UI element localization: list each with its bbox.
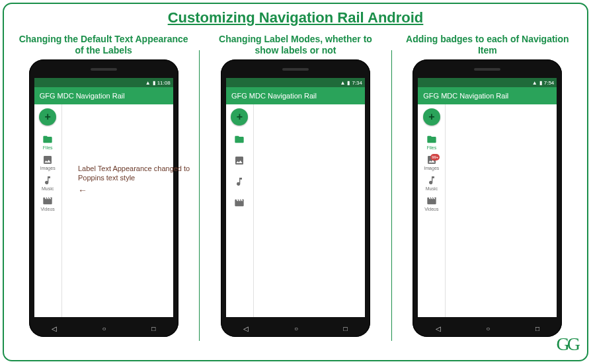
navigation-rail: + Files 99+ Images (418, 104, 446, 317)
badge: 99+ (430, 154, 440, 161)
phone-speaker (282, 68, 309, 71)
video-icon (233, 198, 245, 207)
recents-button[interactable]: □ (151, 325, 155, 332)
signal-icon: ▲ (532, 80, 537, 86)
status-time: 7:34 (352, 80, 362, 86)
fab-button[interactable]: + (231, 108, 248, 126)
recents-button[interactable]: □ (535, 325, 539, 332)
rail-item-videos[interactable]: Videos (418, 196, 445, 211)
workspace: + Files Images (34, 104, 173, 317)
phone-mockup: ▲ ▮ 7:54 GFG MDC Navigation Rail + (413, 59, 562, 337)
caption: Adding badges to each of Navigation Item (396, 30, 579, 59)
app-title: GFG MDC Navigation Rail (40, 92, 125, 100)
video-icon (426, 196, 438, 205)
rail-item-music[interactable]: Music (418, 176, 445, 191)
phone-nav-buttons: ◁ ○ □ (29, 325, 178, 332)
app-bar: GFG MDC Navigation Rail (226, 87, 365, 104)
status-time: 7:54 (544, 80, 555, 86)
navigation-rail: + Files Images (226, 104, 254, 317)
columns-row: Changing the Default Text Appearance of … (12, 30, 579, 347)
phone-nav-buttons: ◁ ○ □ (221, 325, 370, 332)
workspace: + Files Images (226, 104, 365, 317)
music-icon (426, 176, 438, 185)
rail-label: Files (426, 145, 436, 150)
app-bar: GFG MDC Navigation Rail (34, 87, 173, 104)
rail-item-music[interactable]: Music (34, 176, 61, 191)
rail-label: Videos (424, 207, 438, 211)
status-bar: ▲ ▮ 7:34 (226, 78, 365, 87)
rail-label: Files (43, 145, 53, 150)
workspace: + Files 99+ Images (418, 104, 557, 317)
diagram-frame: Customizing Navigation Rail Android Chan… (3, 3, 588, 361)
home-button[interactable]: ○ (486, 325, 490, 332)
folder-icon (233, 135, 245, 144)
home-button[interactable]: ○ (102, 325, 106, 332)
annotation: Label Text Appearance changed to Poppins… (78, 164, 190, 196)
arrow-icon: ← (78, 184, 87, 196)
rail-item-music[interactable]: Music (226, 177, 253, 186)
music-icon (42, 176, 54, 185)
plus-icon: + (428, 111, 434, 123)
phone-speaker (91, 68, 117, 71)
rail-item-videos[interactable]: Videos (226, 198, 253, 207)
home-button[interactable]: ○ (294, 325, 298, 332)
folder-icon (42, 135, 54, 144)
back-button[interactable]: ◁ (243, 325, 249, 332)
app-title: GFG MDC Navigation Rail (231, 92, 317, 100)
column-label-modes: Changing Label Modes, whether to show la… (204, 30, 387, 347)
rail-label: Music (426, 186, 438, 191)
recents-button[interactable]: □ (344, 325, 348, 332)
video-icon (42, 196, 54, 205)
battery-icon: ▮ (347, 80, 350, 86)
gfg-logo: GG (557, 334, 578, 355)
folder-icon (426, 135, 438, 144)
phone-screen: ▲ ▮ 11:08 GFG MDC Navigation Rail + (34, 78, 173, 317)
status-bar: ▲ ▮ 11:08 (34, 78, 173, 87)
caption: Changing the Default Text Appearance of … (12, 30, 195, 59)
fab-button[interactable]: + (423, 108, 440, 126)
status-time: 11:08 (157, 80, 171, 86)
rail-item-files[interactable]: Files (34, 135, 61, 150)
rail-item-files[interactable]: Files (226, 135, 253, 144)
column-text-appearance: Changing the Default Text Appearance of … (12, 30, 195, 347)
fab-button[interactable]: + (39, 108, 56, 126)
column-separator (199, 50, 200, 341)
column-separator (391, 50, 392, 341)
app-title: GFG MDC Navigation Rail (423, 92, 508, 100)
phone-nav-buttons: ◁ ○ □ (413, 325, 562, 332)
caption: Changing Label Modes, whether to show la… (204, 30, 387, 59)
music-icon (233, 177, 245, 186)
battery-icon: ▮ (153, 80, 155, 86)
navigation-rail: + Files Images (34, 104, 62, 317)
rail-item-files[interactable]: Files (418, 135, 445, 150)
rail-item-images[interactable]: 99+ Images (418, 155, 445, 170)
rail-item-images[interactable]: Images (226, 156, 253, 165)
plus-icon: + (237, 111, 243, 123)
rail-label: Music (42, 186, 54, 191)
rail-label: Videos (41, 207, 55, 211)
rail-item-videos[interactable]: Videos (34, 196, 61, 211)
signal-icon: ▲ (145, 80, 151, 86)
diagram-title: Customizing Navigation Rail Android (12, 9, 579, 26)
phone-speaker (474, 68, 500, 71)
phone-screen: ▲ ▮ 7:34 GFG MDC Navigation Rail + (226, 78, 365, 317)
back-button[interactable]: ◁ (436, 325, 441, 332)
phone-screen: ▲ ▮ 7:54 GFG MDC Navigation Rail + (418, 78, 557, 317)
phone-mockup: ▲ ▮ 11:08 GFG MDC Navigation Rail + (29, 59, 178, 337)
annotation-text: Label Text Appearance changed to Poppins… (78, 164, 190, 182)
column-badges: Adding badges to each of Navigation Item… (396, 30, 579, 347)
rail-item-images[interactable]: Images (34, 155, 61, 170)
app-bar: GFG MDC Navigation Rail (418, 87, 557, 104)
signal-icon: ▲ (340, 80, 345, 86)
back-button[interactable]: ◁ (52, 325, 57, 332)
plus-icon: + (44, 111, 50, 123)
battery-icon: ▮ (539, 80, 542, 86)
rail-label: Images (40, 166, 56, 170)
image-icon (42, 155, 54, 164)
image-icon (233, 156, 245, 165)
phone-mockup: ▲ ▮ 7:34 GFG MDC Navigation Rail + (221, 59, 370, 337)
rail-label: Images (424, 166, 439, 170)
status-bar: ▲ ▮ 7:54 (418, 78, 557, 87)
